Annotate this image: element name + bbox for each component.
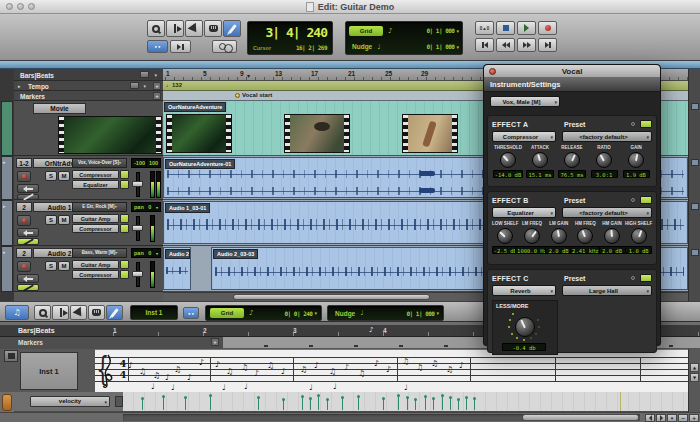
midi-note[interactable]: ♪ — [459, 362, 464, 370]
velocity-stem[interactable] — [450, 398, 451, 410]
knob-ratio[interactable]: RATIO3.0:1 — [588, 145, 620, 178]
midi-note[interactable]: ♪ — [165, 374, 170, 382]
mute-button[interactable]: M — [58, 261, 70, 271]
chevron-down-icon[interactable]: ▾ — [436, 310, 439, 316]
track-tab[interactable] — [691, 103, 699, 110]
scroll-left-button[interactable] — [645, 414, 655, 422]
velocity-stem[interactable] — [466, 398, 467, 410]
play-button[interactable] — [517, 21, 536, 35]
track-tab[interactable] — [691, 203, 699, 210]
midi-note[interactable]: ♫ — [139, 368, 146, 376]
compare-icon[interactable] — [631, 198, 635, 202]
audio1-track-header[interactable]: 2 Audio 1 S M E Gtr, Rock [M]▾ Guitar Am… — [14, 200, 163, 246]
knob-dial[interactable] — [532, 152, 548, 168]
knob-lm-freq[interactable]: LM FREQ1000.0 Hz — [519, 221, 546, 254]
fast-forward-button[interactable] — [517, 38, 536, 52]
midi-note[interactable]: ♩ — [151, 383, 155, 391]
midi-note[interactable]: ♩ — [244, 383, 248, 391]
midi-zoom-toggle-button[interactable]: •• — [183, 307, 199, 319]
velocity-stem[interactable] — [163, 397, 164, 410]
io-selector[interactable]: Bass, Warm [M]▾ — [72, 248, 127, 258]
insert-led[interactable] — [120, 180, 129, 189]
orntradv-track-header[interactable]: 1-2 OrNtrAdv S M Vox, Voice-Over [S]▾ Co… — [14, 156, 163, 200]
zoom-in-button[interactable]: + — [689, 414, 699, 422]
automation-view-button[interactable] — [17, 284, 39, 291]
bars-beats-ruler-header[interactable]: Bars|Beats ▾ — [14, 69, 163, 81]
midi-note[interactable]: ♩ — [309, 384, 313, 392]
plugin-titlebar[interactable]: Vocal — [484, 65, 660, 78]
midi-note[interactable]: ♩ — [404, 384, 408, 392]
movie-track-header[interactable]: Movie — [14, 101, 163, 156]
trim-tool-button[interactable] — [166, 20, 184, 37]
effect-preset-select[interactable]: <factory default>▾ — [562, 207, 652, 218]
midi-pencil-tool-button[interactable] — [106, 305, 123, 320]
chevron-down-icon[interactable]: ▾ — [143, 83, 146, 89]
pan-display[interactable]: pan0▾ — [131, 248, 161, 258]
midi-note[interactable]: ♪ — [215, 361, 220, 369]
knob-gain[interactable]: GAIN1.9 dB — [620, 145, 652, 178]
midi-note[interactable]: ♪ — [344, 364, 349, 372]
solo-button[interactable]: S — [45, 171, 57, 181]
expand-arrow-icon[interactable]: ▸ — [3, 249, 6, 255]
velocity-stem[interactable] — [342, 398, 343, 410]
midi-note[interactable]: ♫ — [300, 366, 307, 374]
scrubber-tool-button[interactable] — [204, 20, 222, 37]
scroll-right-button[interactable] — [656, 414, 666, 422]
midi-vscrollbar[interactable]: ▲ ▼ — [688, 349, 700, 412]
knob-hm-freq[interactable]: HM FREQ2.41 kHz — [572, 221, 599, 254]
audio-clip-short[interactable]: Audio 2 — [163, 247, 191, 290]
grid-value[interactable]: 0| 1| 000 — [426, 27, 454, 34]
expand-arrow-icon[interactable]: ▸ — [18, 83, 21, 89]
midi-nudge-panel[interactable]: Nudge ♩ 0| 1| 000 ▾ — [327, 305, 444, 321]
midi-nudge-value[interactable]: 0| 1| 000 — [406, 310, 434, 317]
effect-enable-button[interactable] — [640, 120, 652, 128]
chevron-down-icon[interactable]: ▾ — [456, 44, 459, 50]
record-enable-button[interactable] — [17, 215, 31, 226]
effect-enable-button[interactable] — [640, 196, 652, 204]
knob-dial[interactable] — [631, 228, 647, 244]
midi-note[interactable]: ♫ — [416, 364, 423, 372]
velocity-stem[interactable] — [433, 399, 434, 410]
insert-led[interactable] — [120, 270, 129, 279]
pan-right-display[interactable]: 100 — [146, 158, 161, 168]
effect-type-select[interactable]: Equalizer▾ — [492, 207, 556, 218]
midi-note[interactable]: ♫ — [446, 366, 453, 374]
midi-note[interactable]: ♪ — [128, 362, 133, 370]
zoom-out-button[interactable]: − — [678, 414, 688, 422]
mirrored-editing-button[interactable] — [212, 40, 237, 53]
velocity-stem[interactable] — [442, 396, 443, 410]
add-tempo-button[interactable]: + — [153, 82, 161, 90]
knob-dial[interactable] — [577, 228, 593, 244]
effect-preset-select[interactable]: Large Hall▾ — [562, 285, 652, 296]
insert-led[interactable] — [120, 170, 129, 179]
markers-ruler-header[interactable]: Markers + — [14, 91, 163, 101]
effect-type-select[interactable]: Compressor▾ — [492, 131, 556, 142]
knob-threshold[interactable]: THRESHOLD-14.0 dB — [492, 145, 524, 178]
io-selector[interactable]: Vox, Voice-Over [S]▾ — [72, 158, 127, 168]
midi-note[interactable]: ♫ — [431, 360, 438, 368]
insert-led[interactable] — [120, 224, 129, 233]
velocity-stem[interactable] — [318, 396, 319, 410]
velocity-stem[interactable] — [383, 399, 384, 410]
marker-vocal-start[interactable]: Vocal start — [235, 92, 272, 98]
scroll-up-button[interactable]: ▲ — [690, 363, 699, 372]
midi-zoom-tool-button[interactable] — [34, 305, 51, 320]
chevron-down-icon[interactable]: ▾ — [154, 72, 157, 78]
knob-attack[interactable]: ATTACK15.1 ms — [524, 145, 556, 178]
ruler-options-icon[interactable] — [140, 71, 149, 78]
velocity-stem[interactable] — [210, 396, 211, 410]
return-to-zero-button[interactable] — [475, 38, 494, 52]
tab-to-transient-button[interactable] — [170, 40, 191, 53]
insert-button[interactable]: Guitar Amp — [72, 214, 119, 223]
track-tab[interactable] — [691, 159, 699, 166]
midi-note[interactable]: ♫ — [358, 370, 365, 378]
velocity-stem[interactable] — [398, 396, 399, 410]
midi-note[interactable]: ♪ — [187, 374, 192, 382]
insert-button[interactable]: Guitar Amp — [72, 260, 119, 269]
midi-grabber-tool-button[interactable] — [70, 305, 87, 320]
midi-note[interactable]: ♫ — [153, 372, 160, 380]
velocity-stem[interactable] — [258, 398, 259, 410]
midi-note[interactable]: ♪ — [386, 366, 391, 374]
velocity-stem[interactable] — [142, 399, 143, 410]
velocity-stem[interactable] — [474, 399, 475, 410]
